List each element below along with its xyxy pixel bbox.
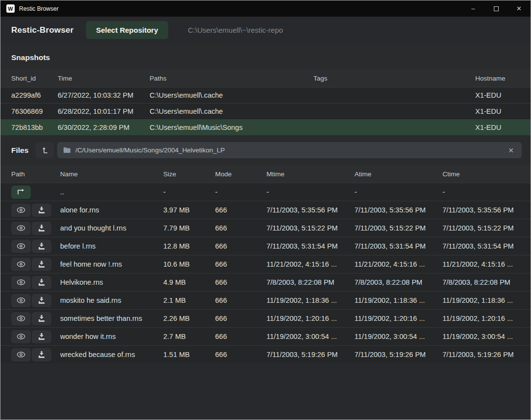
download-file-button[interactable]: [32, 258, 51, 271]
view-file-button[interactable]: [11, 312, 31, 325]
download-file-button[interactable]: [32, 204, 51, 217]
download-icon: [38, 333, 45, 340]
files-toolbar: Files /C/Users/emuell/Music/Songs/2004_H…: [0, 135, 531, 165]
folder-icon: [63, 147, 71, 153]
file-mode: 666: [215, 351, 266, 358]
file-atime: 11/19/2002, 1:18:36 ...: [354, 296, 442, 304]
file-row[interactable]: alone for.rns 3.97 MB 666 7/11/2003, 5:3…: [0, 201, 531, 219]
files-table-header: Path Name Size Mode Mtime Atime Ctime: [0, 165, 531, 183]
column-size: Size: [163, 170, 215, 178]
file-row[interactable]: moskito he said.rns 2.1 MB 666 11/19/200…: [0, 291, 531, 309]
file-ctime: 7/11/2003, 5:31:54 PM: [442, 242, 531, 250]
file-mode: 666: [215, 333, 266, 340]
column-name: Name: [60, 170, 163, 178]
file-name: Helvikone.rns: [60, 278, 163, 286]
file-size: 7.79 MB: [163, 224, 215, 232]
file-row[interactable]: sometimes better than.rns 2.26 MB 666 11…: [0, 309, 531, 327]
clear-path-icon[interactable]: ✕: [506, 146, 516, 155]
file-mode: 666: [215, 278, 266, 286]
column-hostname: Hostname: [475, 75, 531, 82]
view-file-button[interactable]: [11, 348, 31, 361]
file-row[interactable]: wonder how it.rns 2.7 MB 666 11/19/2002,…: [0, 327, 531, 345]
download-icon: [38, 351, 45, 358]
view-file-button[interactable]: [11, 240, 31, 253]
close-button[interactable]: ✕: [508, 0, 531, 17]
file-mode: 666: [215, 224, 266, 232]
parent-row-ctime: -: [442, 188, 531, 196]
column-time: Time: [58, 75, 150, 82]
select-repository-button[interactable]: Select Repository: [86, 21, 169, 39]
column-atime: Atime: [354, 170, 442, 178]
file-size: 1.51 MB: [163, 351, 215, 358]
up-level-icon: [42, 147, 48, 154]
download-file-button[interactable]: [32, 294, 51, 307]
download-file-button[interactable]: [32, 222, 51, 235]
file-name: feel home now !.rns: [60, 260, 163, 268]
download-file-button[interactable]: [32, 240, 51, 253]
file-size: 3.97 MB: [163, 206, 215, 214]
column-short-id: Short_id: [11, 75, 58, 82]
snapshot-time: 6/28/2022, 10:01:17 PM: [58, 107, 150, 115]
file-ctime: 11/19/2002, 1:20:16 ...: [442, 315, 531, 322]
view-file-button[interactable]: [11, 276, 31, 289]
parent-row-name: ..: [60, 188, 163, 196]
file-atime: 7/8/2003, 8:22:08 PM: [354, 278, 442, 286]
view-file-button[interactable]: [11, 258, 31, 271]
go-to-root-button[interactable]: [36, 142, 54, 158]
snapshots-table-header: Short_id Time Paths Tags Hostname: [0, 70, 531, 87]
snapshot-paths: C:\Users\emuell\Music\Songs: [150, 124, 313, 131]
snapshot-row[interactable]: a2299af6 6/27/2022, 10:03:32 PM C:\Users…: [0, 87, 531, 103]
snapshot-row[interactable]: 76306869 6/28/2022, 10:01:17 PM C:\Users…: [0, 103, 531, 119]
view-file-button[interactable]: [11, 222, 31, 235]
files-table-body: alone for.rns 3.97 MB 666 7/11/2003, 5:3…: [0, 201, 531, 363]
app-name: Restic-Browser: [11, 25, 74, 35]
snapshots-table-body: a2299af6 6/27/2022, 10:03:32 PM C:\Users…: [0, 87, 531, 135]
maximize-button[interactable]: [485, 0, 508, 17]
download-file-button[interactable]: [32, 276, 51, 289]
parent-row-mode: -: [215, 188, 266, 196]
file-name: moskito he said.rns: [60, 296, 163, 304]
download-icon: [38, 243, 45, 250]
parent-row-size: -: [163, 188, 215, 196]
view-file-button[interactable]: [11, 294, 31, 307]
file-row[interactable]: and you thought l.rns 7.79 MB 666 7/11/2…: [0, 219, 531, 237]
file-name: wonder how it.rns: [60, 333, 163, 340]
file-row[interactable]: Helvikone.rns 4.9 MB 666 7/8/2003, 8:22:…: [0, 273, 531, 291]
snapshot-time: 6/30/2022, 2:28:09 PM: [58, 124, 150, 131]
download-file-button[interactable]: [32, 312, 51, 325]
eye-icon: [17, 352, 25, 357]
file-mode: 666: [215, 242, 266, 250]
file-atime: 11/19/2002, 1:20:16 ...: [354, 315, 442, 322]
parent-directory-row[interactable]: .. - - - - -: [0, 183, 531, 201]
go-up-directory-button[interactable]: [11, 186, 31, 199]
snapshot-paths: C:\Users\emuell\.cache: [150, 91, 313, 99]
file-mtime: 7/11/2003, 5:15:22 PM: [266, 224, 354, 232]
snapshot-hostname: X1-EDU: [475, 91, 531, 99]
file-size: 10.6 MB: [163, 260, 215, 268]
view-file-button[interactable]: [11, 204, 31, 217]
snapshot-row[interactable]: 72b813bb 6/30/2022, 2:28:09 PM C:\Users\…: [0, 119, 531, 135]
file-mtime: 7/8/2003, 8:22:08 PM: [266, 278, 354, 286]
column-mtime: Mtime: [266, 170, 354, 178]
snapshot-time: 6/27/2022, 10:03:32 PM: [58, 91, 150, 99]
minimize-button[interactable]: –: [462, 0, 485, 17]
file-mtime: 7/11/2003, 5:31:54 PM: [266, 242, 354, 250]
download-file-button[interactable]: [32, 330, 51, 343]
up-and-over-arrow-icon: [17, 189, 25, 195]
file-mtime: 7/11/2003, 5:19:26 PM: [266, 351, 354, 358]
file-mtime: 11/21/2002, 4:15:16 ...: [266, 260, 354, 268]
file-name: sometimes better than.rns: [60, 315, 163, 322]
current-path-input[interactable]: /C/Users/emuell/Music/Songs/2004_Helveti…: [57, 142, 522, 158]
download-file-button[interactable]: [32, 348, 51, 361]
file-name: wrecked because of.rns: [60, 351, 163, 358]
view-file-button[interactable]: [11, 330, 31, 343]
column-paths: Paths: [150, 75, 313, 82]
eye-icon: [17, 334, 25, 339]
file-mode: 666: [215, 296, 266, 304]
file-ctime: 7/11/2003, 5:15:22 PM: [442, 224, 531, 232]
file-size: 2.7 MB: [163, 333, 215, 340]
file-row[interactable]: before l.rns 12.8 MB 666 7/11/2003, 5:31…: [0, 237, 531, 255]
file-row[interactable]: wrecked because of.rns 1.51 MB 666 7/11/…: [0, 345, 531, 363]
file-row[interactable]: feel home now !.rns 10.6 MB 666 11/21/20…: [0, 255, 531, 273]
file-atime: 7/11/2003, 5:31:54 PM: [354, 242, 442, 250]
